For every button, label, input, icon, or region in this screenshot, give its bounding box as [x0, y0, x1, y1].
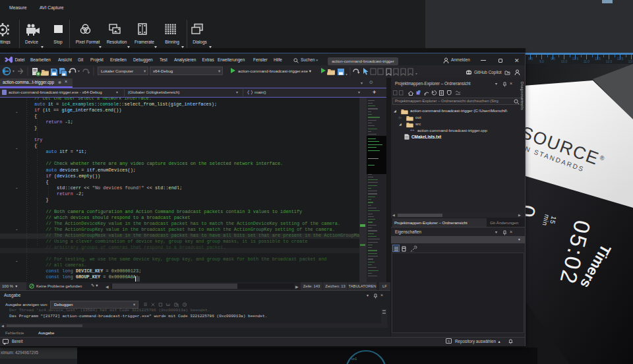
- svg-text:un1: un1: [351, 357, 357, 361]
